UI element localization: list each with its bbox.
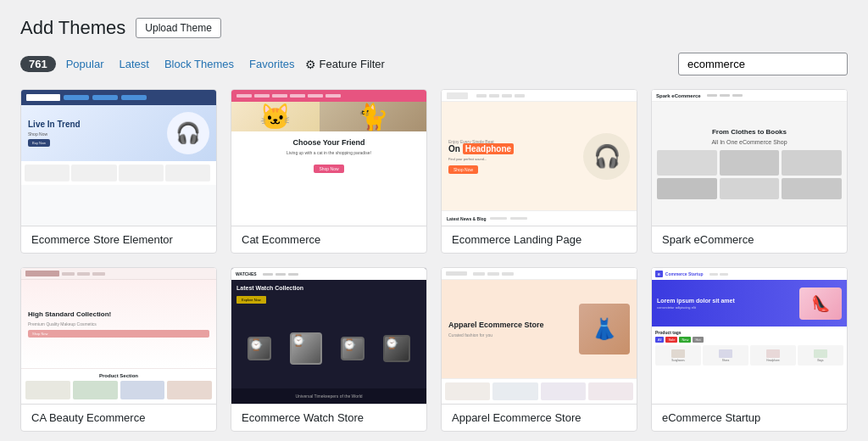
preview-product-cell — [782, 178, 842, 199]
feature-filter-button[interactable]: ⚙ Feature Filter — [305, 58, 385, 71]
preview-hero-text: Latest Watch Collection Explore Now — [231, 280, 426, 309]
preview-nav-link — [64, 95, 89, 100]
preview-title: On Headphone — [448, 144, 578, 154]
preview-hero: Live In Trend Shop Now Buy Now 🎧 — [21, 105, 216, 161]
preview-link — [709, 273, 718, 276]
preview-product-hero: 👠 — [799, 287, 842, 320]
preview-footer-text: Universal Timekeepers of the World — [295, 394, 362, 399]
preview-product-thumb — [719, 349, 732, 358]
theme-card-ecommerce-startup[interactable]: e Commerce Startup Lorem ipsum dolor sit… — [651, 267, 848, 432]
preview-nav: e Commerce Startup — [652, 268, 847, 280]
preview-nav: WATCHES — [231, 268, 426, 280]
upload-theme-button[interactable]: Upload Theme — [136, 18, 221, 38]
preview-watch-item: ⌚ — [341, 337, 364, 360]
search-bar — [678, 53, 848, 75]
preview-product-label: Headphone — [766, 359, 780, 362]
preview-nav: Spark eCommerce — [652, 90, 847, 102]
preview-logo: WATCHES — [236, 271, 257, 276]
theme-card-ca-beauty-ecommerce[interactable]: High Standard Collection! Premium Qualit… — [20, 267, 217, 432]
preview-nav-bar — [231, 90, 426, 102]
preview-nav — [21, 268, 216, 280]
preview-watch-item: ⌚ — [248, 337, 271, 360]
preview-tagline: Choose Your Friend — [231, 131, 426, 150]
page-title: Add Themes — [20, 17, 125, 39]
theme-preview-1: Live In Trend Shop Now Buy Now 🎧 — [21, 90, 216, 226]
preview-subtext: Shop Now — [28, 131, 81, 137]
theme-card-cat-ecommerce[interactable]: 🐱 🐈 Choose Your Friend Living up with a … — [231, 89, 427, 254]
preview-brand: Spark eCommerce — [656, 93, 701, 98]
preview-hero: Enjoy Every Single Beat On Headphone Fin… — [442, 102, 637, 210]
preview-product-circle: 🎧 — [583, 133, 630, 180]
preview-nav-item — [290, 94, 305, 98]
preview-product — [167, 381, 212, 399]
preview-hero: High Standard Collection! Premium Qualit… — [21, 280, 216, 368]
preview-footer-bar: Universal Timekeepers of the World — [231, 388, 426, 404]
preview-hero: From Clothes to Books All In One eCommer… — [652, 102, 847, 226]
nav-link-favorites[interactable]: Favorites — [244, 54, 299, 74]
theme-card-ecommerce-landing-page[interactable]: Enjoy Every Single Beat On Headphone Fin… — [441, 89, 637, 254]
theme-card-ecommerce-store-elementor[interactable]: Live In Trend Shop Now Buy Now 🎧 Ecommer… — [20, 89, 217, 254]
preview-nav-link — [515, 94, 525, 98]
nav-left: 761 Popular Latest Block Themes Favorite… — [20, 54, 385, 74]
preview-tag-green: New — [679, 337, 691, 343]
preview-product-title: Product tags — [655, 330, 843, 335]
preview-people-image: 👗 — [579, 304, 630, 354]
nav-link-block-themes[interactable]: Block Themes — [159, 54, 239, 74]
preview-subtitle: Premium Quality Makeup Cosmetics — [28, 321, 209, 327]
preview-subtitle: Curated fashion for you — [448, 332, 574, 338]
preview-news-line — [490, 217, 507, 220]
theme-name: Ecommerce Landing Page — [442, 226, 637, 253]
preview-products-section: Product Section — [21, 368, 216, 404]
preview-brand-box: e — [655, 271, 663, 277]
feature-filter-label: Feature Filter — [320, 58, 385, 70]
nav-link-latest[interactable]: Latest — [114, 54, 154, 74]
preview-link — [720, 273, 728, 276]
preview-nav-item — [254, 94, 270, 98]
themes-grid: Live In Trend Shop Now Buy Now 🎧 Ecommer… — [20, 89, 848, 432]
preview-product-item — [165, 165, 210, 181]
preview-nav-item — [326, 94, 341, 98]
preview-featured-item — [588, 382, 633, 400]
preview-tagline: From Clothes to Books — [712, 128, 787, 136]
preview-product-thumb — [814, 349, 827, 358]
preview-nav — [442, 90, 637, 102]
search-input[interactable] — [678, 53, 848, 75]
preview-product-cell — [657, 150, 717, 176]
preview-hero-text: Lorem ipsum dolor sit amet consectetur a… — [657, 298, 796, 310]
preview-product-cell — [720, 150, 780, 176]
theme-preview-6: WATCHES Latest Watch Collection Explore … — [231, 268, 426, 404]
preview-news-line — [510, 217, 527, 220]
theme-card-apparel-ecommerce-store[interactable]: Apparel Ecommerce Store Curated fashion … — [441, 267, 637, 432]
theme-preview-3: Enjoy Every Single Beat On Headphone Fin… — [442, 90, 637, 226]
gear-icon: ⚙ — [305, 58, 316, 71]
preview-product-label: Shoes — [722, 359, 730, 362]
preview-nav-link — [489, 94, 499, 98]
preview-featured-item — [541, 382, 586, 400]
theme-card-spark-ecommerce[interactable]: Spark eCommerce From Clothes to Books Al… — [651, 89, 848, 254]
preview-title: Apparel Ecommerce Store — [448, 321, 574, 331]
preview-nav — [442, 268, 637, 280]
preview-section-title: Product Section — [25, 373, 212, 378]
theme-name: Ecommerce Watch Store — [231, 404, 426, 431]
preview-nav-link — [121, 95, 147, 100]
preview-link — [263, 273, 273, 276]
preview-nav-links — [709, 273, 728, 276]
preview-product-card: Headphone — [750, 345, 796, 366]
theme-card-ecommerce-watch-store[interactable]: WATCHES Latest Watch Collection Explore … — [231, 267, 427, 432]
preview-nav-bar — [21, 90, 216, 105]
preview-cta: Shop Now — [448, 165, 478, 174]
preview-logo — [25, 271, 59, 276]
theme-preview-4: Spark eCommerce From Clothes to Books Al… — [652, 90, 847, 226]
preview-product-item — [25, 165, 70, 181]
nav-link-popular[interactable]: Popular — [61, 54, 109, 74]
preview-cta: Buy Now — [28, 139, 50, 147]
preview-nav-links — [476, 94, 525, 98]
theme-preview-5: High Standard Collection! Premium Qualit… — [21, 268, 216, 404]
preview-products-row — [21, 161, 216, 185]
preview-featured-row — [442, 378, 637, 404]
preview-product-cell — [657, 178, 717, 199]
preview-product-item — [71, 165, 116, 181]
preview-subtitle: All In One eCommerce Shop — [711, 139, 787, 145]
preview-product-grid: Sunglasses Shoes Headphone Bags — [655, 345, 843, 366]
theme-name: Cat Ecommerce — [231, 226, 426, 253]
